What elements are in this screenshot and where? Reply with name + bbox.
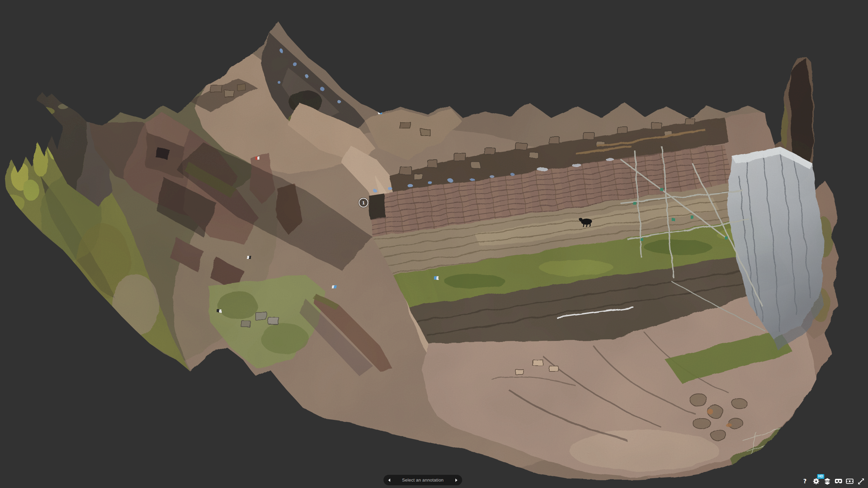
chevron-right-icon (455, 479, 457, 482)
hd-badge: HD (817, 474, 824, 479)
fullscreen-button[interactable] (857, 477, 865, 485)
viewer-stage[interactable]: 1 Select an annotation ? (0, 0, 868, 488)
layers-button[interactable] (824, 477, 831, 485)
vr-headset-icon (835, 479, 842, 484)
next-annotation-button[interactable] (451, 475, 462, 485)
viewer-toolbar: ? HD (801, 477, 865, 485)
cardboard-mode-button[interactable] (846, 477, 853, 485)
settings-button[interactable]: HD (812, 477, 820, 485)
previous-annotation-button[interactable] (383, 475, 395, 485)
annotation-nav-label: Select an annotation (395, 477, 451, 483)
help-icon: ? (803, 478, 807, 485)
texture-grain (0, 0, 868, 488)
annotation-marker-number: 1 (362, 200, 364, 205)
cardboard-icon (846, 479, 853, 484)
annotation-marker-1[interactable]: 1 (359, 198, 368, 207)
annotation-nav: Select an annotation (383, 475, 462, 485)
gear-icon (813, 478, 820, 485)
model-3d-castle-ruins[interactable] (0, 0, 868, 488)
layers-icon (824, 478, 831, 485)
help-button[interactable]: ? (801, 477, 809, 485)
chevron-left-icon (388, 479, 390, 482)
vr-headset-button[interactable] (835, 477, 842, 485)
terrain-mesh (0, 0, 868, 488)
fullscreen-icon (858, 478, 864, 485)
